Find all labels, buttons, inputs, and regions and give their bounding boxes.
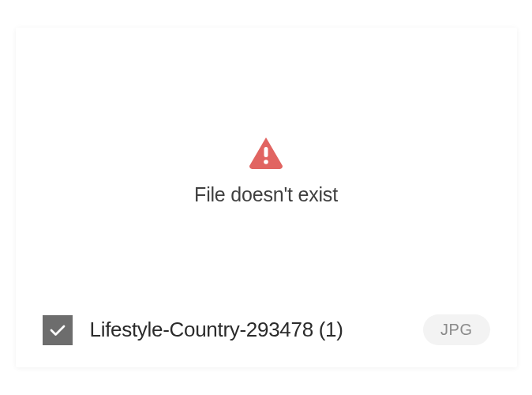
svg-rect-0 [264, 147, 268, 157]
file-type-badge: JPG [423, 314, 489, 345]
file-name: Lifestyle-Country-293478 (1) [90, 318, 406, 342]
checkmark-icon [48, 321, 67, 340]
file-card: File doesn't exist Lifestyle-Country-293… [16, 28, 517, 367]
svg-point-1 [264, 160, 268, 164]
warning-triangle-icon [248, 136, 284, 169]
file-preview-area: File doesn't exist [16, 28, 517, 314]
error-message: File doesn't exist [194, 183, 338, 206]
file-footer: Lifestyle-Country-293478 (1) JPG [16, 314, 517, 367]
file-select-checkbox[interactable] [43, 315, 73, 345]
